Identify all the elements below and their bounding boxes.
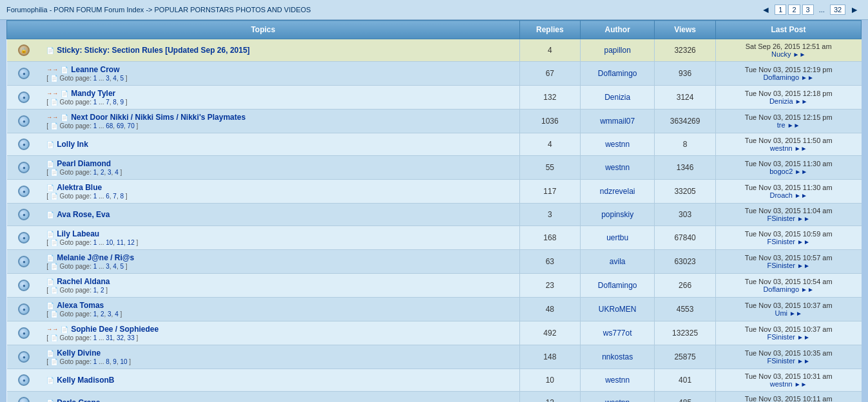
topic-title-link[interactable]: Lolly Ink [57, 140, 88, 149]
author-link[interactable]: avila [610, 257, 626, 266]
last-post-author-link[interactable]: westnn [770, 144, 793, 152]
page-link[interactable]: 10 [120, 358, 127, 365]
page-link[interactable]: 1 [93, 263, 97, 270]
page-link[interactable]: 4 [115, 169, 119, 176]
page-link[interactable]: 1 [93, 122, 97, 129]
last-post-author-link[interactable]: FSinister [767, 333, 795, 341]
author-link[interactable]: popinskiy [601, 210, 633, 219]
last-post-author-link[interactable]: tre [777, 121, 786, 129]
topic-title-link[interactable]: Melanie J@ne / Ri@s [57, 253, 134, 262]
author-cell: Denizia [581, 86, 655, 110]
page-link[interactable]: 8 [120, 193, 124, 200]
author-link[interactable]: ndzrevelai [600, 187, 635, 196]
topic-title-link[interactable]: Next Door Nikki / Nikki Sims / Nikki's P… [71, 113, 246, 122]
page-link[interactable]: 1 [93, 75, 97, 82]
document-icon: 📄 [61, 90, 68, 97]
author-link[interactable]: westnn [605, 398, 630, 402]
next-arrow[interactable]: ► [847, 4, 862, 15]
page-3[interactable]: 3 [802, 5, 814, 15]
author-link[interactable]: papillon [604, 46, 631, 55]
page-link[interactable]: 5 [120, 75, 124, 82]
page-link[interactable]: 9 [113, 358, 117, 365]
page-link[interactable]: 4 [115, 311, 119, 318]
page-link[interactable]: 7 [106, 99, 110, 106]
page-link[interactable]: 3 [108, 311, 111, 318]
topic-title-link[interactable]: Alexa Tomas [57, 301, 104, 310]
page-link[interactable]: 10 [106, 239, 113, 246]
page-link[interactable]: 3 [108, 169, 111, 176]
author-link[interactable]: westnn [605, 140, 630, 149]
page-link[interactable]: 1 [93, 169, 97, 176]
topic-title-link[interactable]: Sticky: Sticky: Section Rules [Updated S… [57, 46, 249, 55]
document-icon: 📄 [61, 114, 68, 121]
topic-title-link[interactable]: Sophie Dee / Sophiedee [71, 325, 159, 334]
last-post-author-link[interactable]: FSinister [767, 238, 795, 245]
last-post-author-link[interactable]: bogoc2 [769, 168, 793, 175]
page-link[interactable]: 32 [117, 334, 124, 341]
last-post-author-link[interactable]: FSinister [767, 357, 795, 365]
last-post-author-link[interactable]: Droach [770, 191, 793, 199]
topic-title-link[interactable]: Leanne Crow [71, 65, 119, 74]
page-link[interactable]: 1 [93, 193, 97, 200]
author-link[interactable]: Denizia [604, 93, 630, 102]
page-link[interactable]: 12 [128, 239, 135, 246]
author-link[interactable]: wmmail07 [600, 117, 635, 126]
last-post-author-link[interactable]: westnn [770, 380, 793, 388]
topic-title-link[interactable]: Rachel Aldana [57, 277, 110, 286]
author-link[interactable]: ws777ot [603, 329, 632, 338]
topic-title-link[interactable]: Pearl Diamond [57, 159, 111, 168]
page-links: [ 📄 Goto page: 1 ... 31, 32, 33 ] [46, 334, 514, 341]
author-link[interactable]: Doflamingo [598, 281, 637, 290]
page-link[interactable]: 69 [117, 122, 124, 129]
page-link[interactable]: 4 [113, 263, 117, 270]
page-32[interactable]: 32 [830, 5, 845, 15]
page-link[interactable]: 6 [106, 193, 110, 200]
page-link[interactable]: 1 [93, 311, 97, 318]
page-link[interactable]: 9 [120, 99, 124, 106]
last-post-author-link[interactable]: Nucky [771, 50, 791, 58]
last-post-author-link[interactable]: Denizia [769, 97, 793, 105]
topic-title-link[interactable]: Kelly MadisonB [57, 376, 114, 385]
prev-arrow[interactable]: ◄ [758, 4, 773, 15]
page-1[interactable]: 1 [775, 5, 786, 15]
page-link[interactable]: 1 [93, 334, 97, 341]
last-post-author-link[interactable]: FSinister [767, 262, 795, 269]
author-link[interactable]: westnn [605, 376, 630, 385]
author-link[interactable]: uertbu [606, 233, 628, 242]
page-link[interactable]: 2 [101, 169, 104, 176]
topic-title-link[interactable]: Alektra Blue [57, 183, 102, 192]
page-link[interactable]: 1 [93, 358, 97, 365]
topic-icon-cell: ● [7, 180, 42, 204]
page-link[interactable]: 1 [93, 239, 97, 246]
author-link[interactable]: UKRoMEN [599, 305, 637, 314]
page-link[interactable]: 68 [106, 122, 113, 129]
page-link[interactable]: 70 [128, 122, 135, 129]
topic-title-link[interactable]: Ava Rose, Eva [57, 210, 110, 219]
page-link[interactable]: 4 [113, 75, 117, 82]
author-link[interactable]: westnn [605, 163, 630, 172]
page-link[interactable]: 8 [106, 358, 110, 365]
page-link[interactable]: 8 [113, 99, 117, 106]
page-link[interactable]: 3 [106, 75, 110, 82]
page-link[interactable]: 31 [106, 334, 113, 341]
last-post-author-link[interactable]: Doflamingo [763, 73, 799, 81]
author-link[interactable]: Doflamingo [598, 69, 637, 78]
page-link[interactable]: 1 [93, 99, 97, 106]
page-2[interactable]: 2 [788, 5, 800, 15]
topic-title-link[interactable]: Lily Labeau [57, 229, 99, 238]
page-link[interactable]: 7 [113, 193, 117, 200]
author-link[interactable]: nnkostas [602, 352, 633, 361]
topic-title-link[interactable]: Darla Crane [57, 398, 100, 402]
page-link[interactable]: 1 [93, 287, 97, 294]
page-link[interactable]: 3 [106, 263, 110, 270]
page-link[interactable]: 11 [117, 239, 124, 246]
last-post-author-link[interactable]: Umi [775, 309, 787, 317]
page-link[interactable]: 2 [101, 311, 104, 318]
topic-title-link[interactable]: Mandy Tyler [71, 89, 115, 98]
page-link[interactable]: 2 [101, 287, 104, 294]
last-post-author-link[interactable]: Doflamingo [763, 285, 799, 293]
topic-title-link[interactable]: Kelly Divine [57, 349, 101, 358]
page-link[interactable]: 33 [128, 334, 135, 341]
last-post-author-link[interactable]: FSinister [767, 215, 795, 222]
page-link[interactable]: 5 [120, 263, 124, 270]
